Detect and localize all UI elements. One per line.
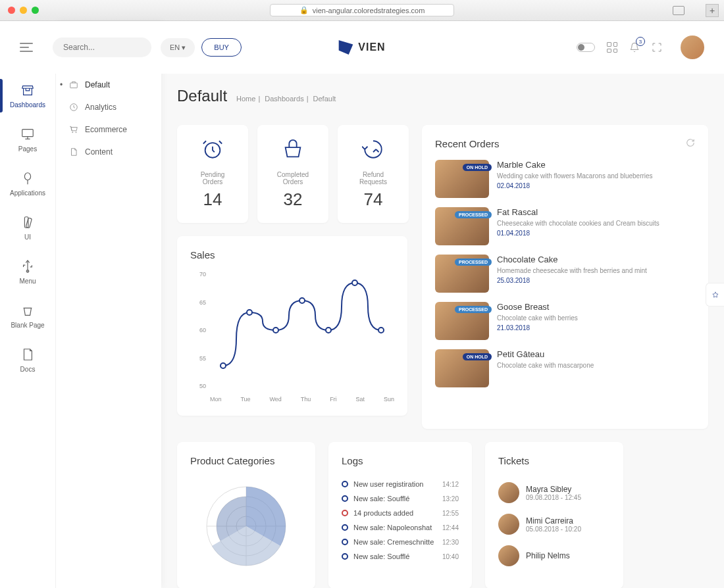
maximize-window-icon[interactable] [32,7,39,14]
log-time: 12:55 [442,510,459,517]
order-desc: Chocolate cake with berries [497,314,695,322]
refresh-icon[interactable] [686,138,695,147]
stat-value: 32 [271,189,315,210]
log-text: 14 products added [353,509,437,517]
briefcase-icon [69,80,78,89]
svg-point-19 [352,280,357,285]
log-item[interactable]: New sale: Soufflé 10:40 [342,549,459,564]
submenu-default[interactable]: Default [56,74,161,96]
logo-mark-icon [338,40,353,55]
order-status-badge: PROCESSED [455,306,492,313]
pin-sidebar-button[interactable] [706,283,724,306]
log-text: New sale: Napoleonshat [353,524,437,531]
order-title: Chocolate Cake [497,255,695,264]
order-date: 01.04.2018 [497,230,695,237]
log-status-icon [342,553,348,560]
log-item[interactable]: 14 products added 12:55 [342,506,459,520]
order-status-badge: ON HOLD [463,353,492,360]
stat-value: 14 [190,189,235,210]
sales-chart: 7065605550 MonTueWedThuFriSatSun [190,271,394,403]
nav-dashboards[interactable]: Dashboards [0,74,55,118]
ticket-avatar [498,545,519,566]
dark-mode-toggle[interactable] [577,43,595,52]
order-thumbnail: ON HOLD [435,160,489,198]
order-item[interactable]: PROCESSED Chocolate Cake Homemade cheese… [435,255,695,293]
submenu-analytics[interactable]: Analytics [56,96,161,118]
order-desc: Wedding cake with flowers Macarons and b… [497,172,695,180]
card-title: Sales [190,249,394,260]
nav-applications[interactable]: Applications [0,162,55,206]
nav-label: UI [24,233,31,241]
stat-pending-orders[interactable]: Pending Orders 14 [177,125,248,223]
stat-completed-orders[interactable]: Completed Orders 32 [257,125,328,223]
clock-icon [69,103,78,112]
brand-logo[interactable]: VIEN [338,40,385,55]
log-item[interactable]: New sale: Napoleonshat 12:44 [342,520,459,535]
log-item[interactable]: New user registiration 14:12 [342,477,459,491]
crumb-dashboards[interactable]: Dashboards [265,95,303,103]
polar-chart [197,477,296,576]
buy-button[interactable]: BUY [201,38,242,57]
svg-point-15 [247,310,252,315]
share-icon[interactable] [673,6,685,15]
menu-toggle-icon[interactable] [20,43,33,52]
balloon-icon [20,171,35,185]
notifications-button[interactable]: 3 [629,42,640,53]
search-box[interactable] [53,37,151,57]
order-thumbnail: ON HOLD [435,349,489,387]
nav-pages[interactable]: Pages [0,118,55,162]
submenu-content[interactable]: Content [56,141,161,163]
logs-card: Logs New user registiration 14:12 New sa… [328,442,472,588]
nav-blank-page[interactable]: Blank Page [0,294,55,338]
new-tab-button[interactable]: + [706,4,719,17]
stat-label: Refund Requests [351,171,396,185]
bucket-icon [20,303,35,318]
order-title: Goose Breast [497,302,695,312]
ticket-item[interactable]: Philip Nelms [498,540,610,572]
apps-grid-icon[interactable] [607,42,617,53]
page-title: Default [177,87,227,105]
svg-point-14 [220,363,226,368]
monitor-icon [20,127,35,141]
log-status-icon [342,524,348,531]
nav-menu[interactable]: Menu [0,250,55,294]
card-title: Recent Orders [435,138,695,149]
card-title: Tickets [498,455,610,466]
svg-point-5 [24,173,30,180]
url-bar[interactable]: 🔒 vien-angular.coloredstrategies.com [270,4,454,16]
stat-refund-requests[interactable]: Refund Requests 74 [338,125,409,223]
log-status-icon [342,510,348,516]
ticket-item[interactable]: Mayra Sibley 09.08.2018 - 12:45 [498,477,610,508]
refund-icon [362,138,384,160]
order-desc: Cheesecake with chocolate cookies and Cr… [497,219,695,228]
order-item[interactable]: PROCESSED Goose Breast Chocolate cake wi… [435,302,695,340]
log-text: New user registiration [353,480,437,488]
nav-ui[interactable]: UI [0,206,55,250]
svg-point-20 [378,328,384,333]
minimize-window-icon[interactable] [20,7,27,14]
log-item[interactable]: New sale: Soufflé 13:20 [342,491,459,506]
fullscreen-icon[interactable] [652,42,662,53]
close-window-icon[interactable] [8,7,15,14]
log-status-icon [342,495,348,502]
stat-label: Completed Orders [271,171,315,185]
crumb-home[interactable]: Home [236,95,255,103]
ticket-item[interactable]: Mimi Carreira 05.08.2018 - 10:20 [498,508,610,540]
breadcrumb: Home| Dashboards| Default [236,95,336,103]
user-avatar[interactable] [681,36,704,59]
stat-value: 74 [351,189,396,210]
topbar: EN ▾ BUY VIEN 3 [0,21,724,74]
language-selector[interactable]: EN ▾ [161,38,195,57]
log-item[interactable]: New sale: Cremeschnitte 12:30 [342,535,459,549]
nav-docs[interactable]: Docs [0,338,55,382]
brand-name: VIEN [358,41,385,53]
log-time: 10:40 [442,553,459,560]
submenu-label: Default [85,80,110,89]
search-input[interactable] [63,43,162,52]
order-item[interactable]: PROCESSED Fat Rascal Cheesecake with cho… [435,207,695,245]
order-item[interactable]: ON HOLD Petit Gâteau Chocolate cake with… [435,349,695,387]
window-controls[interactable] [8,7,39,14]
order-item[interactable]: ON HOLD Marble Cake Wedding cake with fl… [435,160,695,198]
ticket-avatar [498,482,519,503]
submenu-ecommerce[interactable]: Ecommerce [56,118,161,141]
